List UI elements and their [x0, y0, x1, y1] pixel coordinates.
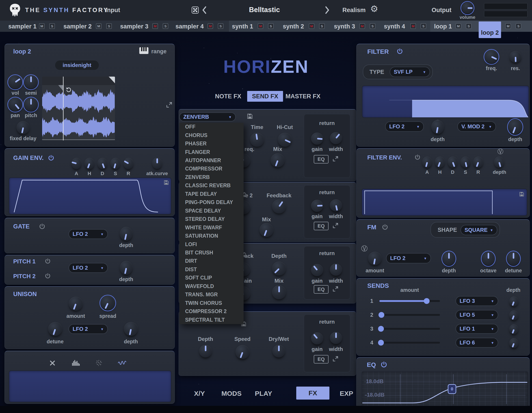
preset-prev-icon[interactable] — [202, 6, 207, 14]
filter-env-power-icon[interactable] — [414, 154, 421, 160]
send-2-lfo-dropdown[interactable]: LFO 5▼ — [456, 310, 498, 320]
fx-menu-item[interactable]: SPACE DELAY — [179, 207, 244, 215]
loop-1-mute-button[interactable]: M — [456, 23, 461, 29]
waveform-mode-icon[interactable] — [118, 360, 127, 366]
loop-pitch-knob[interactable] — [24, 98, 38, 111]
filter-vmod-depth-knob[interactable] — [508, 120, 522, 134]
slot2-mix-knob[interactable] — [259, 223, 273, 237]
send-2-depth-knob[interactable] — [509, 310, 518, 320]
filter-lfo-dropdown[interactable]: LFO 2▼ — [385, 121, 424, 132]
pitch-depth-knob[interactable] — [120, 261, 133, 275]
tab-play[interactable]: PLAY — [255, 390, 272, 397]
slot2-return-width-knob[interactable] — [330, 199, 342, 211]
filter-env-hold-knob[interactable] — [435, 157, 445, 168]
slot2-expand-icon[interactable] — [332, 222, 339, 229]
slot4-speed-knob[interactable] — [236, 345, 249, 359]
slot3-return-width-knob[interactable] — [330, 264, 342, 276]
fx-menu-item[interactable]: LOFI — [179, 240, 244, 248]
send-3-slider[interactable] — [380, 328, 440, 330]
fx-menu-item[interactable]: AUTOPANNER — [179, 156, 244, 165]
send-1-slider[interactable] — [380, 300, 440, 302]
sampler-4-mute-button[interactable]: M — [208, 23, 213, 29]
slot1-time-knob[interactable] — [250, 133, 264, 147]
fx-menu-item[interactable]: BIT CRUSH — [179, 249, 244, 257]
filter-power-icon[interactable] — [396, 48, 403, 55]
sampler-1-mute-button[interactable]: M — [39, 23, 45, 29]
fx-menu-item[interactable]: OFF — [179, 123, 244, 131]
slot2-return-gain-knob[interactable] — [311, 200, 323, 212]
slot4-return-gain-knob[interactable] — [311, 332, 323, 345]
slot1-eq-button[interactable]: EQ — [314, 155, 329, 163]
loop-pan-knob[interactable] — [9, 98, 22, 111]
master-volume-knob[interactable] — [462, 2, 473, 14]
fm-lfo-dropdown[interactable]: LFO 2▼ — [386, 253, 431, 263]
slot2-eq-button[interactable]: EQ — [314, 222, 329, 230]
range-label[interactable]: range — [151, 48, 167, 55]
filter-lfo-depth-knob[interactable] — [431, 120, 444, 134]
attack-curve-knob[interactable] — [152, 158, 162, 169]
fx-type-dropdown-button[interactable]: ZENVERB▼ — [179, 113, 236, 121]
tab-synth-1[interactable]: synth 1 — [232, 23, 253, 30]
gain-env-save-icon[interactable] — [163, 180, 169, 186]
gate-depth-knob[interactable] — [120, 227, 133, 241]
send-2-slider[interactable] — [380, 314, 440, 316]
fx-menu-item[interactable]: DIST — [179, 265, 244, 274]
unison-amount-knob[interactable] — [69, 297, 83, 311]
filter-env-release-knob[interactable] — [473, 157, 483, 168]
tab-sampler-3[interactable]: sampler 3 — [120, 23, 148, 30]
tab-master-fx[interactable]: MASTER FX — [285, 93, 321, 100]
loop-vol-knob[interactable] — [9, 76, 22, 89]
sampler-4-solo-button[interactable]: S — [218, 23, 223, 29]
loop-2-mute-button[interactable]: M — [505, 23, 511, 29]
fx-menu-item[interactable]: WAVEFOLD — [179, 282, 244, 291]
waveform-expand-icon[interactable] — [166, 101, 173, 108]
tab-mods[interactable]: MODS — [221, 390, 242, 397]
slot1-hicut-knob[interactable] — [278, 133, 292, 147]
loop-semi-knob[interactable] — [24, 76, 38, 89]
send-1-slider-thumb[interactable] — [424, 298, 430, 304]
tab-note-fx[interactable]: NOTE FX — [215, 93, 241, 100]
tab-exp[interactable]: EXP — [340, 390, 353, 397]
fx-menu-item[interactable]: PING-PONG DELAY — [179, 198, 244, 206]
fixed-delay-knob[interactable] — [17, 121, 29, 134]
filter-vmod-dropdown[interactable]: V. MOD 2▼ — [457, 121, 496, 132]
sampler-3-solo-button[interactable]: S — [163, 23, 168, 29]
filter-env-sustain-knob[interactable] — [461, 157, 470, 168]
fm-amount-knob[interactable] — [368, 252, 382, 265]
preset-next-icon[interactable] — [325, 6, 329, 14]
synth-1-mute-button[interactable]: M — [258, 23, 263, 29]
slot3-mix-knob[interactable] — [272, 285, 286, 299]
fm-detune-knob[interactable] — [507, 252, 519, 265]
pitch-2-power-icon[interactable] — [45, 273, 51, 279]
slot1-return-width-knob[interactable] — [330, 132, 342, 144]
loop-mode-icon[interactable] — [66, 86, 72, 93]
send-1-depth-knob[interactable] — [509, 297, 518, 306]
fx-menu-item[interactable]: FLANGER — [179, 148, 244, 156]
synth-2-mute-button[interactable]: M — [309, 23, 314, 29]
synth-3-solo-button[interactable]: S — [370, 23, 375, 29]
dice-randomize-icon[interactable] — [191, 6, 200, 14]
settings-gear-icon[interactable]: ⚙ — [370, 4, 378, 14]
fx-menu-item[interactable]: STEREO DELAY — [179, 215, 244, 223]
send-1-lfo-dropdown[interactable]: LFO 3▼ — [456, 296, 498, 306]
fm-shape-dropdown[interactable]: SQUARE▼ — [461, 225, 497, 235]
pitch-1-power-icon[interactable] — [45, 258, 51, 264]
fx-menu-item[interactable]: SPECTRAL TILT — [179, 316, 244, 324]
synth-1-solo-button[interactable]: S — [268, 23, 274, 29]
fx-menu-item[interactable]: WHITE DWARF — [179, 223, 244, 232]
send-2-slider-thumb[interactable] — [379, 312, 384, 318]
spectrum-bars-icon[interactable] — [71, 359, 80, 366]
fx-menu-item[interactable]: TRANS. MGR — [179, 291, 244, 299]
tab-send-fx-selected[interactable]: SEND FX — [247, 91, 283, 102]
gain-env-power-icon[interactable] — [48, 155, 55, 161]
slot4-return-width-knob[interactable] — [330, 332, 342, 344]
send-4-slider[interactable] — [380, 342, 440, 344]
tab-synth-4[interactable]: synth 4 — [384, 23, 405, 30]
filter-env-display[interactable] — [361, 188, 527, 216]
synth-2-solo-button[interactable]: S — [319, 23, 325, 29]
sampler-3-mute-button[interactable]: M — [152, 23, 158, 29]
tab-sampler-4[interactable]: sampler 4 — [175, 23, 204, 30]
send-3-lfo-dropdown[interactable]: LFO 1▼ — [456, 324, 498, 334]
fx-menu-item[interactable]: COMPRESSOR — [179, 165, 244, 173]
gate-lfo-dropdown[interactable]: LFO 2▼ — [69, 229, 108, 239]
